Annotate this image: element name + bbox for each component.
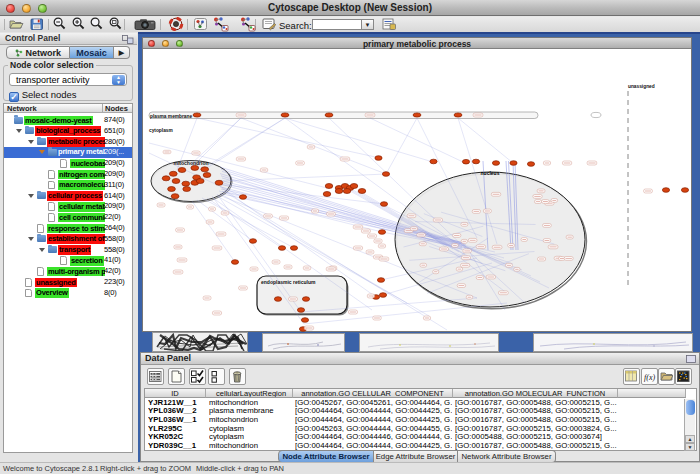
svg-text:mitochondrion: mitochondrion bbox=[174, 160, 209, 166]
svg-text:plasma membrane: plasma membrane bbox=[150, 114, 192, 119]
svg-text:f(x): f(x) bbox=[644, 373, 655, 382]
svg-text:cytoplasm: cytoplasm bbox=[149, 128, 173, 133]
svg-text:unassigned: unassigned bbox=[628, 84, 655, 89]
svg-text:endoplasmic reticulum: endoplasmic reticulum bbox=[261, 279, 316, 285]
svg-text:nucleus: nucleus bbox=[481, 170, 500, 176]
